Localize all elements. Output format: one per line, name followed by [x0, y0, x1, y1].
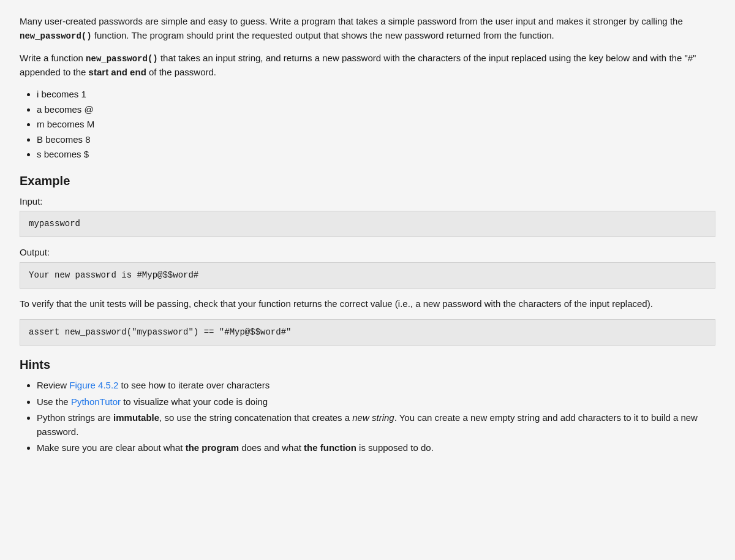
example-heading: Example: [20, 172, 715, 190]
hints-list: Review Figure 4.5.2 to see how to iterat…: [20, 379, 715, 455]
hint-3-italic: new string: [352, 412, 394, 423]
list-item: B becomes 8: [37, 133, 715, 147]
hint-2-text-before: Use the: [37, 396, 71, 407]
hint-item-3: Python strings are immutable, so use the…: [37, 411, 715, 439]
hint-3-text-before: Python strings are: [37, 412, 113, 423]
output-label: Output:: [20, 246, 715, 260]
hint-4-text-after: is supposed to do.: [356, 442, 434, 453]
intro-paragraph-1: Many user-created passwords are simple a…: [20, 15, 715, 43]
hint-4-bold2: the function: [304, 442, 356, 453]
hint-1-text-after: to see how to iterate over characters: [118, 380, 270, 390]
hint-1-text-before: Review: [37, 380, 69, 390]
input-label: Input:: [20, 195, 715, 209]
list-item: i becomes 1: [37, 88, 715, 102]
list-item: s becomes $: [37, 148, 715, 162]
intro-p2-code: new_password(): [86, 54, 158, 64]
list-item: a becomes @: [37, 103, 715, 117]
intro-p2-bold: start and end: [89, 67, 146, 77]
hints-heading: Hints: [20, 355, 715, 374]
hint-4-bold1: the program: [186, 442, 239, 453]
intro-p1-text1: Many user-created passwords are simple a…: [20, 16, 683, 26]
key-list: i becomes 1 a becomes @ m becomes M B be…: [20, 88, 715, 162]
example-section: Example Input: mypassword Output: Your n…: [20, 172, 715, 346]
hints-section: Hints Review Figure 4.5.2 to see how to …: [20, 355, 715, 455]
hint-1-link[interactable]: Figure 4.5.2: [69, 380, 118, 390]
intro-paragraph-2: Write a function new_password() that tak…: [20, 51, 715, 80]
hint-3-text-middle: , so use the string concatenation that c…: [159, 412, 352, 423]
hint-3-bold: immutable: [113, 412, 159, 423]
hint-2-text-after: to visualize what your code is doing: [121, 396, 268, 407]
hint-item-1: Review Figure 4.5.2 to see how to iterat…: [37, 379, 715, 393]
input-code-block: mypassword: [20, 211, 715, 237]
intro-p2-text1: Write a function: [20, 53, 86, 63]
hint-2-link[interactable]: PythonTutor: [71, 396, 121, 407]
hint-4-text-before: Make sure you are clear about what: [37, 442, 186, 453]
list-item: m becomes M: [37, 118, 715, 132]
hint-item-4: Make sure you are clear about what the p…: [37, 441, 715, 455]
output-code-block: Your new password is #Myp@$$word#: [20, 262, 715, 289]
hint-4-text-middle: does and what: [239, 442, 304, 453]
verify-text: To verify that the unit tests will be pa…: [20, 297, 715, 311]
intro-p2-text3: of the password.: [146, 67, 216, 77]
intro-p1-text2: function. The program should print the r…: [92, 30, 554, 40]
assert-code-block: assert new_password("mypassword") == "#M…: [20, 319, 715, 346]
hint-item-2: Use the PythonTutor to visualize what yo…: [37, 395, 715, 409]
intro-p1-code: new_password(): [20, 31, 92, 41]
intro-section: Many user-created passwords are simple a…: [20, 15, 715, 162]
